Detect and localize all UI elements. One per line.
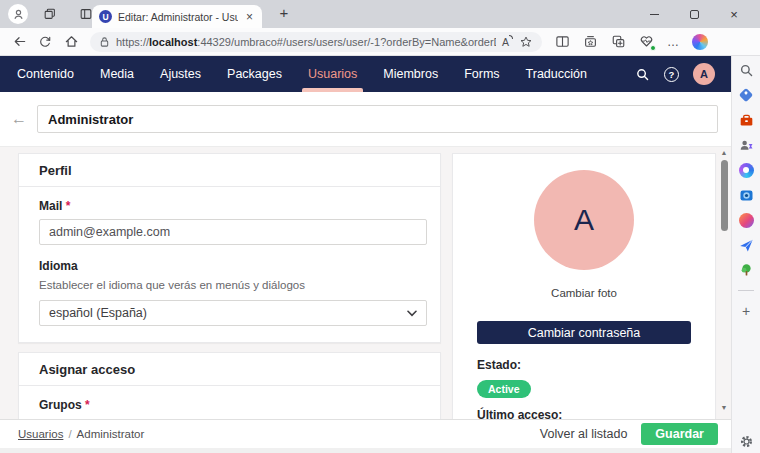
mail-label: Mail * (39, 199, 427, 213)
tab-close-button[interactable]: × (244, 10, 255, 24)
language-select[interactable]: español (España) (39, 300, 427, 326)
sidebar-people-icon[interactable] (738, 137, 754, 153)
umbraco-app: Contenido Media Ajustes Packages Usuario… (0, 56, 731, 453)
chevron-down-icon (407, 310, 417, 317)
close-button[interactable]: × (714, 0, 754, 28)
tab-layout-icon (79, 7, 93, 21)
sidebar-toolbox-icon[interactable] (738, 112, 754, 128)
workspaces-button[interactable] (38, 3, 62, 25)
back-to-list-button[interactable]: Volver al listado (540, 427, 628, 441)
language-label: Idioma (39, 259, 427, 273)
last-login-label: Último acceso: (477, 408, 691, 419)
user-side-card: A Cambiar foto Cambiar contraseña Estado… (452, 153, 716, 419)
sidebar-settings-icon[interactable] (738, 433, 754, 449)
back-arrow-icon[interactable]: ← (10, 110, 28, 128)
browser-tab[interactable]: U Editar: Administrator - Usuarios × (92, 5, 262, 28)
nav-item-ajustes[interactable]: Ajustes (147, 56, 214, 92)
nav-item-contenido[interactable]: Contenido (4, 56, 87, 92)
breadcrumb: Usuarios / Administrator (18, 428, 144, 440)
language-selected-value: español (España) (49, 306, 147, 320)
change-password-button[interactable]: Cambiar contraseña (477, 321, 691, 344)
nav-right-actions: ? A (635, 56, 731, 92)
profile-card: Perfil Mail * Idioma Establecer el idiom… (18, 153, 441, 343)
browser-toolbar: https://localhost:44329/umbraco#/users/u… (0, 28, 760, 56)
new-tab-button[interactable]: + (274, 4, 294, 21)
nav-item-miembros[interactable]: Miembros (370, 56, 451, 92)
refresh-icon (38, 35, 52, 49)
sidebar-divider (738, 290, 754, 291)
address-bar[interactable]: https://localhost:44329/umbraco#/users/u… (90, 32, 542, 52)
help-icon[interactable]: ? (664, 67, 679, 82)
home-icon (64, 34, 79, 49)
search-icon[interactable] (635, 67, 650, 82)
language-help-text: Establecer el idioma que verás en menús … (39, 279, 427, 291)
editor-footer: Usuarios / Administrator Volver al lista… (0, 419, 731, 448)
scroll-down-icon[interactable]: ▼ (721, 404, 728, 412)
sidebar-tree-icon[interactable] (738, 262, 754, 278)
status-label: Estado: (477, 358, 691, 372)
maximize-icon (690, 10, 699, 19)
window-controls: × (634, 0, 754, 28)
nav-item-packages[interactable]: Packages (214, 56, 295, 92)
groups-help-text: Añadir grupos para asignar acceso y perm… (39, 418, 427, 419)
tab-title: Editar: Administrator - Usuarios (118, 11, 238, 23)
read-aloud-icon[interactable]: A (502, 36, 513, 48)
essentials-status-dot (650, 45, 656, 51)
umbraco-favicon: U (99, 10, 112, 23)
save-button[interactable]: Guardar (641, 423, 718, 445)
favorites-star-icon[interactable] (519, 35, 533, 49)
nav-item-usuarios[interactable]: Usuarios (295, 56, 370, 92)
user-avatar[interactable]: A (693, 63, 715, 85)
person-icon (12, 8, 25, 21)
breadcrumb-current: Administrator (77, 428, 145, 440)
breadcrumb-link-usuarios[interactable]: Usuarios (18, 428, 63, 440)
sidebar-shopping-tag-icon[interactable] (738, 87, 754, 103)
breadcrumb-separator: / (68, 428, 71, 440)
mail-input[interactable] (39, 219, 427, 245)
sidebar-add-button[interactable]: + (738, 303, 754, 319)
required-mark: * (85, 398, 90, 412)
copilot-icon[interactable] (692, 34, 708, 50)
sidebar-bird-icon[interactable] (738, 212, 754, 228)
access-card-title: Asignar acceso (19, 353, 440, 386)
left-column: Perfil Mail * Idioma Establecer el idiom… (18, 153, 441, 419)
profile-card-title: Perfil (19, 154, 440, 187)
url-text: https://localhost:44329/umbraco#/users/u… (116, 36, 496, 48)
groups-label: Grupos * (39, 398, 427, 412)
status-badge: Active (477, 380, 531, 398)
collections-icon[interactable] (583, 34, 598, 49)
edge-sidebar: + (731, 56, 760, 453)
sidebar-designer-icon[interactable] (738, 162, 754, 178)
split-screen-icon[interactable] (555, 34, 570, 49)
sidebar-search-icon[interactable] (738, 62, 754, 78)
right-column: A Cambiar foto Cambiar contraseña Estado… (452, 153, 716, 419)
browser-essentials-icon[interactable] (639, 34, 654, 49)
access-card: Asignar acceso Grupos * Añadir grupos pa… (18, 352, 441, 419)
required-mark: * (66, 199, 71, 213)
user-name-input[interactable] (37, 105, 718, 133)
workspaces-icon (43, 7, 57, 21)
minimize-button[interactable] (634, 0, 674, 28)
browser-profile-button[interactable] (8, 4, 28, 24)
maximize-button[interactable] (674, 0, 714, 28)
bottom-sliver (0, 448, 731, 453)
nav-item-media[interactable]: Media (87, 56, 147, 92)
scroll-up-icon[interactable]: ▲ (721, 149, 728, 157)
scrollbar-thumb[interactable] (721, 160, 728, 231)
back-icon (12, 34, 27, 49)
shopping-icon[interactable] (611, 34, 626, 49)
sidebar-paper-plane-icon[interactable] (738, 237, 754, 253)
home-button[interactable] (60, 31, 82, 53)
nav-item-forms[interactable]: Forms (451, 56, 512, 92)
settings-more-icon[interactable]: … (667, 35, 680, 49)
back-button[interactable] (8, 31, 30, 53)
avatar[interactable]: A (534, 170, 634, 270)
refresh-button[interactable] (34, 31, 56, 53)
content-scrollbar[interactable]: ▲ ▼ (719, 149, 729, 412)
change-photo-button[interactable]: Cambiar foto (453, 287, 715, 299)
umbraco-top-nav: Contenido Media Ajustes Packages Usuario… (0, 56, 731, 92)
browser-titlebar: U Editar: Administrator - Usuarios × + × (0, 0, 760, 28)
sidebar-camera-icon[interactable] (738, 187, 754, 203)
lock-icon (99, 36, 110, 48)
nav-item-traduccion[interactable]: Traducción (513, 56, 600, 92)
